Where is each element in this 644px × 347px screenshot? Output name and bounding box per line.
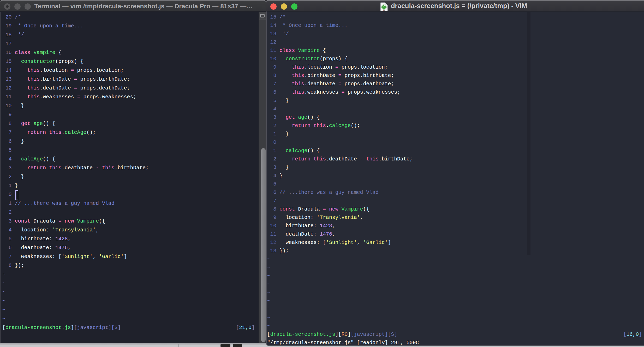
svg-text:JS: JS: [383, 9, 385, 12]
